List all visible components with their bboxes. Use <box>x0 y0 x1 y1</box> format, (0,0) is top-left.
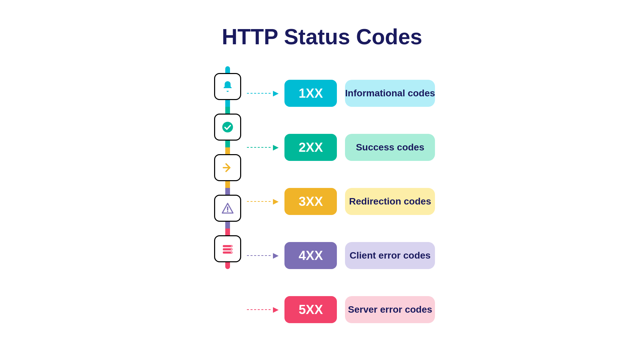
redirect-icon <box>221 161 234 174</box>
desc-label-4xx: Client error codes <box>350 250 431 261</box>
badge-2xx: 2XX <box>284 134 337 161</box>
desc-4xx: Client error codes <box>345 242 435 269</box>
icon-1xx <box>214 66 241 107</box>
dash-2xx <box>247 147 271 148</box>
arrow-4xx: ► <box>271 250 281 261</box>
svg-point-8 <box>231 252 232 253</box>
badge-3xx: 3XX <box>284 188 337 215</box>
desc-label-1xx: Informational codes <box>345 88 435 99</box>
badge-5xx: 5XX <box>284 296 337 323</box>
dash-5xx <box>247 309 271 310</box>
svg-point-7 <box>231 249 232 250</box>
icon-box-2xx <box>214 114 241 141</box>
dash-3xx <box>247 201 271 202</box>
dash-4xx <box>247 255 271 256</box>
code-label-5xx: 5XX <box>299 303 323 317</box>
icon-box-5xx <box>214 235 241 262</box>
row-4xx: ► 4XX Client error codes <box>246 235 435 276</box>
check-icon <box>221 121 234 134</box>
desc-3xx: Redirection codes <box>345 188 435 215</box>
row-5xx: ► 5XX Server error codes <box>246 289 435 330</box>
row-2xx: ► 2XX Success codes <box>246 127 435 168</box>
desc-2xx: Success codes <box>345 134 435 161</box>
desc-1xx: Informational codes <box>345 80 435 107</box>
desc-label-2xx: Success codes <box>356 142 424 153</box>
code-label-1xx: 1XX <box>299 86 323 101</box>
page-title: HTTP Status Codes <box>222 24 422 49</box>
row-1xx: ► 1XX Informational codes <box>246 73 435 114</box>
code-label-2xx: 2XX <box>299 140 323 155</box>
bell-icon <box>221 80 234 93</box>
icon-4xx <box>214 188 241 228</box>
desc-5xx: Server error codes <box>345 296 435 323</box>
status-rows: ► 1XX Informational codes ► 2XX Success … <box>246 66 435 337</box>
svg-point-2 <box>227 211 228 212</box>
row-3xx: ► 3XX Redirection codes <box>246 181 435 222</box>
icon-3xx <box>214 147 241 188</box>
server-icon <box>221 242 234 255</box>
icons-section <box>209 66 246 269</box>
desc-label-3xx: Redirection codes <box>349 196 431 207</box>
dash-1xx <box>247 93 271 94</box>
badge-1xx: 1XX <box>284 80 337 107</box>
warning-icon <box>221 202 234 215</box>
icon-2xx <box>214 107 241 147</box>
arrow-5xx: ► <box>271 304 281 315</box>
badge-4xx: 4XX <box>284 242 337 269</box>
icon-box-4xx <box>214 195 241 222</box>
svg-point-0 <box>222 122 233 133</box>
desc-label-5xx: Server error codes <box>348 304 432 315</box>
icon-box-1xx <box>214 73 241 100</box>
svg-point-6 <box>231 246 232 247</box>
icon-box-3xx <box>214 154 241 181</box>
code-label-3xx: 3XX <box>299 194 323 209</box>
diagram: ► 1XX Informational codes ► 2XX Success … <box>209 66 435 337</box>
arrow-3xx: ► <box>271 196 281 207</box>
arrow-1xx: ► <box>271 88 281 99</box>
arrow-2xx: ► <box>271 142 281 153</box>
icon-5xx <box>214 228 241 269</box>
code-label-4xx: 4XX <box>299 248 323 263</box>
